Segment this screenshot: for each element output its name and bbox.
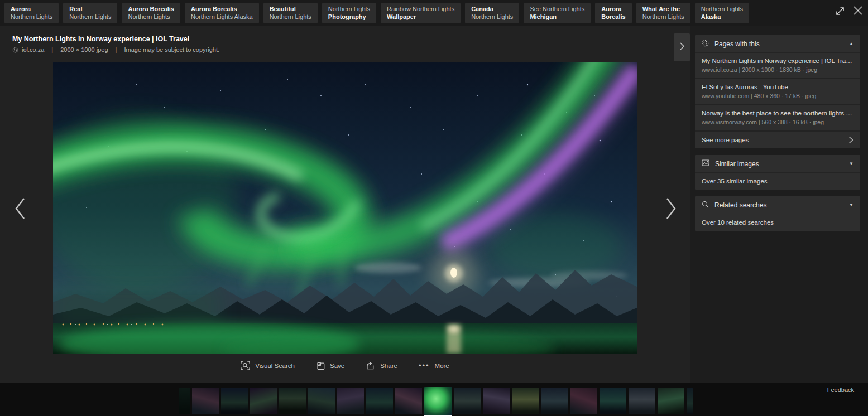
chip-line: Aurora: [11, 5, 52, 13]
action-label: Share: [380, 362, 397, 369]
filmstrip-thumb[interactable]: [629, 388, 655, 414]
expand-button[interactable]: [833, 5, 847, 20]
filmstrip-thumb[interactable]: [454, 388, 481, 414]
info-sidebar: Pages with this ▲ My Northern Lights in …: [695, 35, 860, 238]
related-searches-panel: Related searches ▼ Over 10 related searc…: [695, 196, 860, 231]
filmstrip-thumb[interactable]: [687, 388, 693, 414]
chip-line: Northern Lights: [11, 13, 52, 21]
chevron-left-icon: [12, 196, 28, 223]
filmstrip-thumb-selected[interactable]: [424, 387, 452, 415]
ellipsis-icon: •••: [419, 363, 430, 369]
pages-panel-header[interactable]: Pages with this ▲: [695, 35, 860, 53]
page-result-item[interactable]: Norway is the best place to see the nort…: [695, 104, 860, 130]
query-chip[interactable]: Northern LightsPhotography: [322, 3, 376, 23]
filmstrip-thumb[interactable]: [279, 388, 306, 414]
filmstrip-thumb[interactable]: [179, 388, 190, 414]
expand-caret-icon[interactable]: ▼: [849, 161, 853, 166]
collapse-caret-icon[interactable]: ▲: [849, 41, 853, 46]
filmstrip-thumb[interactable]: [570, 388, 597, 414]
chip-line: Beautiful: [270, 5, 311, 13]
search-icon: [702, 201, 709, 210]
main-image[interactable]: [53, 62, 637, 354]
filmstrip-thumb[interactable]: [308, 388, 335, 414]
visual-search-button[interactable]: Visual Search: [241, 361, 295, 370]
query-chip[interactable]: Aurora BorealisNorthern Lights Alaska: [185, 3, 259, 23]
query-chip[interactable]: RealNorthern Lights: [63, 3, 117, 23]
page-result-item[interactable]: My Northern Lights in Norway experience …: [695, 53, 860, 78]
chevron-right-icon: [848, 136, 853, 144]
chip-line: Alaska: [701, 13, 743, 21]
see-more-label: See more pages: [702, 137, 749, 143]
page-result-title: El Sol y las Auroras - YouTube: [702, 84, 853, 90]
page-result-item[interactable]: El Sol y las Auroras - YouTube www.youtu…: [695, 78, 860, 104]
next-image-button[interactable]: [659, 193, 683, 225]
close-icon: [852, 4, 864, 19]
page-result-meta: www.youtube.com | 480 x 360 · 17 kB · jp…: [702, 93, 853, 99]
chip-line: Northern Lights: [701, 5, 743, 13]
filmstrip-thumb[interactable]: [395, 388, 422, 414]
image-source[interactable]: iol.co.za: [22, 46, 44, 53]
chip-line: Photography: [328, 13, 370, 21]
query-chip[interactable]: Rainbow Northern LightsWallpaper: [381, 3, 461, 23]
sidebar-collapse-button[interactable]: [674, 33, 690, 61]
pane-divider: [690, 26, 690, 383]
query-chip[interactable]: What Are theNorthern Lights: [636, 3, 690, 23]
expand-caret-icon[interactable]: ▼: [849, 202, 853, 207]
query-chip[interactable]: AuroraNorthern Lights: [4, 3, 59, 23]
filmstrip-thumb[interactable]: [366, 388, 393, 414]
similar-images-header[interactable]: Similar images ▼: [695, 155, 860, 173]
pages-with-this-panel: Pages with this ▲ My Northern Lights in …: [695, 35, 860, 148]
see-more-pages-button[interactable]: See more pages: [695, 130, 860, 148]
query-chip[interactable]: AuroraBorealis: [595, 3, 631, 23]
chip-line: Northern Lights Alaska: [191, 13, 253, 21]
chip-line: Canada: [471, 5, 513, 13]
filmstrip: [179, 388, 693, 415]
summary-label: Over 35 similar images: [702, 178, 768, 185]
chip-line: Borealis: [601, 13, 625, 21]
query-chip[interactable]: Northern LightsAlaska: [695, 3, 749, 23]
summary-label: Over 10 related searches: [702, 219, 774, 226]
filmstrip-thumb[interactable]: [221, 388, 248, 414]
action-label: Save: [330, 362, 344, 369]
globe-icon: [12, 47, 18, 53]
chip-line: What Are the: [642, 5, 684, 13]
expand-icon: [835, 6, 846, 19]
previous-image-button[interactable]: [8, 193, 32, 225]
feedback-link[interactable]: Feedback: [827, 386, 854, 393]
similar-images-panel: Similar images ▼ Over 35 similar images: [695, 155, 860, 190]
related-searches-header[interactable]: Related searches ▼: [695, 196, 860, 214]
share-button[interactable]: Share: [366, 361, 397, 370]
image-title: My Northern Lights in Norway experience …: [12, 35, 189, 43]
filmstrip-thumb[interactable]: [250, 388, 277, 414]
image-detail-view: AuroraNorthern Lights RealNorthern Light…: [0, 0, 868, 416]
filmstrip-thumb[interactable]: [337, 388, 364, 414]
filmstrip-thumb[interactable]: [541, 388, 568, 414]
query-chip[interactable]: See Northern LightsMichigan: [524, 3, 591, 23]
chip-line: Northern Lights: [642, 13, 684, 21]
filmstrip-thumb[interactable]: [658, 388, 684, 414]
chevron-right-icon: [679, 42, 685, 53]
action-label: Visual Search: [255, 362, 295, 369]
query-chip[interactable]: BeautifulNorthern Lights: [263, 3, 318, 23]
similar-images-summary[interactable]: Over 35 similar images: [695, 173, 860, 190]
chip-line: See Northern Lights: [530, 5, 584, 13]
filmstrip-bar: Feedback: [0, 383, 868, 416]
chip-line: Northern Lights: [328, 5, 370, 13]
query-chip[interactable]: CanadaNorthern Lights: [465, 3, 519, 23]
query-chip[interactable]: Aurora BorealisNorthern Lights: [122, 3, 180, 23]
filmstrip-thumb[interactable]: [192, 388, 219, 414]
panel-title: Pages with this: [714, 40, 760, 48]
more-button[interactable]: ••• More: [419, 361, 449, 370]
related-searches-summary[interactable]: Over 10 related searches: [695, 214, 860, 231]
panel-title: Similar images: [715, 160, 759, 168]
save-button[interactable]: Save: [316, 361, 344, 370]
filmstrip-thumb[interactable]: [600, 388, 626, 414]
meta-separator: |: [51, 46, 53, 53]
chip-line: Real: [69, 5, 111, 13]
filmstrip-thumb[interactable]: [512, 388, 539, 414]
chip-line: Northern Lights: [471, 13, 513, 21]
action-label: More: [435, 362, 449, 369]
copyright-notice: Image may be subject to copyright.: [124, 46, 219, 53]
filmstrip-thumb[interactable]: [483, 388, 510, 414]
close-button[interactable]: [851, 4, 865, 19]
